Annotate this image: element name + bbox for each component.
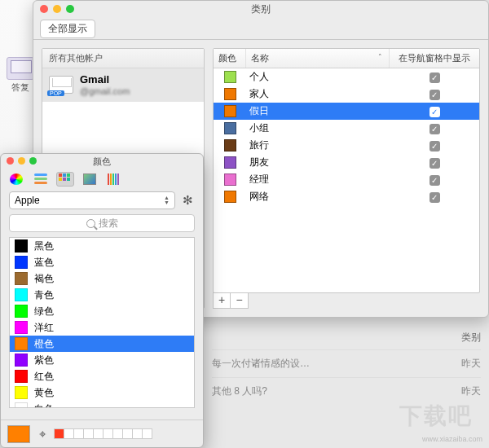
sort-asc-icon: ˄ xyxy=(378,53,382,61)
col-name[interactable]: 名称˄ xyxy=(246,49,390,68)
color-list-item[interactable]: 绿色 xyxy=(10,303,194,319)
color-swatch xyxy=(224,71,236,83)
category-name: 个人 xyxy=(246,70,390,84)
table-row[interactable]: 假日✓ xyxy=(214,103,479,120)
color-list-item[interactable]: 蓝色 xyxy=(10,254,194,270)
color-name: 橙色 xyxy=(34,337,54,351)
color-name: 红色 xyxy=(34,370,54,384)
checkbox-icon[interactable]: ✓ xyxy=(430,124,440,134)
color-name: 蓝色 xyxy=(34,256,54,270)
color-swatch xyxy=(15,337,28,350)
color-name: 褐色 xyxy=(34,272,54,286)
picker-bottom-bar: ⌖ xyxy=(1,419,203,447)
color-picker-window: 颜色 Apple ▲▼ ✻ 搜索 黑色蓝色褐色青色绿色洋红橙色紫色红色黄色白色 … xyxy=(0,153,204,448)
col-color[interactable]: 颜色 xyxy=(214,49,246,68)
color-name: 青色 xyxy=(34,288,54,302)
gear-icon[interactable]: ✻ xyxy=(180,193,195,208)
accounts-header: 所有其他帐户 xyxy=(42,49,204,68)
image-palettes-tab[interactable] xyxy=(81,172,99,187)
color-swatch xyxy=(15,305,28,318)
palette-select[interactable]: Apple ▲▼ xyxy=(9,191,175,209)
checkbox-icon[interactable]: ✓ xyxy=(430,175,440,186)
color-name: 黄色 xyxy=(34,386,54,400)
color-list[interactable]: 黑色蓝色褐色青色绿色洋红橙色紫色红色黄色白色 xyxy=(9,237,195,408)
checkbox-icon[interactable]: ✓ xyxy=(430,158,440,169)
color-list-item[interactable]: 黑色 xyxy=(10,238,194,254)
color-list-item[interactable]: 褐色 xyxy=(10,270,194,287)
search-input[interactable]: 搜索 xyxy=(9,214,195,232)
picker-traffic-lights[interactable] xyxy=(7,157,37,165)
color-swatch xyxy=(15,256,28,269)
zoom-icon[interactable] xyxy=(29,157,37,165)
show-all-button[interactable]: 全部显示 xyxy=(40,20,95,38)
color-list-item[interactable]: 红色 xyxy=(10,368,194,384)
picker-mode-tabs xyxy=(1,169,203,191)
palette-name: Apple xyxy=(15,195,40,206)
color-swatch xyxy=(15,321,28,334)
category-name: 旅行 xyxy=(246,138,390,152)
zoom-icon[interactable] xyxy=(66,5,74,13)
current-color-swatch[interactable] xyxy=(7,425,30,443)
category-name: 家人 xyxy=(246,87,390,101)
table-row[interactable]: 旅行✓ xyxy=(214,137,479,154)
color-swatch xyxy=(224,105,236,117)
color-name: 绿色 xyxy=(34,305,54,318)
color-list-item[interactable]: 青色 xyxy=(10,287,194,303)
table-row[interactable]: 网络✓ xyxy=(214,188,479,205)
account-name: Gmail xyxy=(80,73,130,86)
checkbox-icon[interactable]: ✓ xyxy=(430,141,440,152)
add-category-button[interactable]: + xyxy=(213,292,231,309)
color-palettes-tab[interactable] xyxy=(56,172,74,187)
color-swatch xyxy=(15,402,28,408)
checkbox-icon[interactable]: ✓ xyxy=(430,107,440,117)
background-message-list: 类别 每一次付诸情感的设…昨天 其他 8 人吗?昨天 xyxy=(212,326,481,405)
stepper-icon: ▲▼ xyxy=(164,195,170,205)
category-name: 网络 xyxy=(246,190,390,204)
table-header: 颜色 名称˄ 在导航窗格中显示 xyxy=(214,49,479,68)
table-row[interactable]: 经理✓ xyxy=(214,171,479,188)
window-traffic-lights[interactable] xyxy=(40,5,74,13)
color-list-item[interactable]: 白色 xyxy=(10,401,194,408)
table-row[interactable]: 朋友✓ xyxy=(214,154,479,171)
recent-colors[interactable] xyxy=(55,428,152,439)
account-email: @gmail.com xyxy=(80,86,130,97)
window-title: 类别 xyxy=(251,3,271,15)
color-swatch xyxy=(15,239,28,253)
category-name: 假日 xyxy=(246,104,390,118)
color-name: 紫色 xyxy=(34,354,54,367)
checkbox-icon[interactable]: ✓ xyxy=(430,72,440,83)
color-wheel-tab[interactable] xyxy=(7,172,25,187)
minimize-icon[interactable] xyxy=(18,157,25,165)
color-list-item[interactable]: 紫色 xyxy=(10,352,194,368)
window-titlebar: 类别 xyxy=(33,1,488,17)
col-show[interactable]: 在导航窗格中显示 xyxy=(390,49,479,68)
remove-category-button[interactable]: − xyxy=(231,292,249,309)
account-item[interactable]: POP Gmail @gmail.com xyxy=(42,68,204,102)
color-list-item[interactable]: 橙色 xyxy=(10,336,194,352)
color-swatch xyxy=(224,139,236,152)
search-icon xyxy=(86,219,95,228)
color-swatch xyxy=(15,288,28,301)
table-row[interactable]: 家人✓ xyxy=(214,86,479,103)
table-row[interactable]: 小组✓ xyxy=(214,120,479,137)
search-placeholder: 搜索 xyxy=(99,217,118,231)
eyedropper-icon[interactable]: ⌖ xyxy=(35,427,50,441)
watermark-logo: 下载吧 xyxy=(399,401,473,432)
pencils-tab[interactable] xyxy=(105,172,123,187)
color-list-item[interactable]: 黄色 xyxy=(10,384,194,401)
color-name: 洋红 xyxy=(34,321,54,335)
watermark-url: www.xiazaiba.com xyxy=(422,435,482,443)
bg-footer-label: 类别 xyxy=(212,326,481,349)
minimize-icon[interactable] xyxy=(53,5,61,13)
color-swatch xyxy=(15,370,28,383)
checkbox-icon[interactable]: ✓ xyxy=(430,192,440,203)
color-sliders-tab[interactable] xyxy=(32,172,50,187)
close-icon[interactable] xyxy=(40,5,48,13)
color-list-item[interactable]: 洋红 xyxy=(10,319,194,336)
color-swatch xyxy=(224,122,236,134)
table-row[interactable]: 个人✓ xyxy=(214,68,479,86)
window-toolbar: 全部显示 xyxy=(33,17,488,40)
close-icon[interactable] xyxy=(7,157,14,165)
checkbox-icon[interactable]: ✓ xyxy=(430,90,440,100)
color-swatch xyxy=(15,272,28,285)
